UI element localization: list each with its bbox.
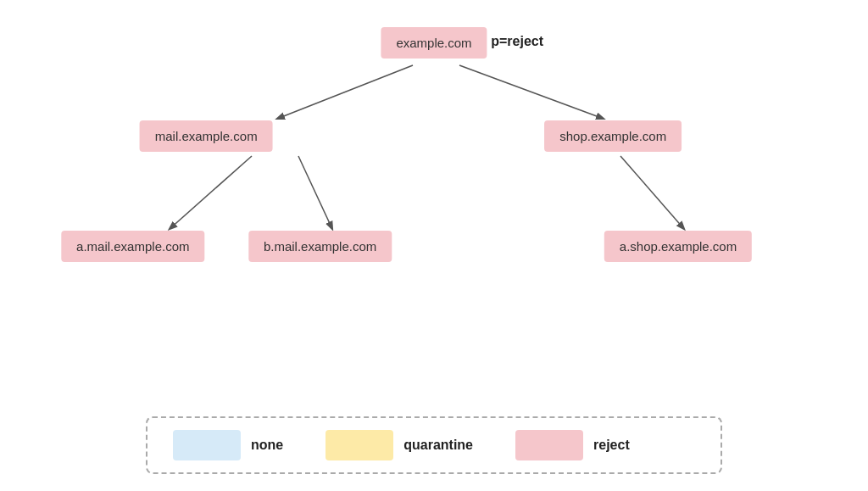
tree: example.com p=reject mail.example.com sh…: [27, 10, 841, 408]
node-b-mail: b.mail.example.com: [248, 231, 392, 262]
connector-svg: [27, 10, 841, 408]
node-shop-label: shop.example.com: [559, 129, 666, 143]
legend-label-quarantine: quarantine: [403, 438, 473, 453]
legend: none quarantine reject: [146, 416, 722, 474]
svg-line-0: [277, 65, 413, 119]
policy-label: p=reject: [491, 34, 543, 49]
node-a-mail: a.mail.example.com: [61, 231, 204, 262]
diagram-container: example.com p=reject mail.example.com sh…: [27, 10, 841, 481]
node-mail-label: mail.example.com: [155, 129, 258, 143]
legend-item-quarantine: quarantine: [326, 430, 473, 460]
node-root: example.com: [381, 27, 487, 59]
legend-item-none: none: [173, 430, 283, 460]
legend-label-none: none: [251, 438, 283, 453]
legend-label-reject: reject: [593, 438, 630, 453]
node-shop: shop.example.com: [544, 120, 682, 152]
node-a-mail-label: a.mail.example.com: [76, 239, 189, 254]
legend-swatch-quarantine: [326, 430, 393, 460]
node-b-mail-label: b.mail.example.com: [264, 239, 376, 254]
node-mail: mail.example.com: [140, 120, 273, 152]
svg-line-3: [298, 156, 332, 229]
legend-swatch-reject: [515, 430, 583, 460]
legend-item-reject: reject: [515, 430, 630, 460]
node-a-shop-label: a.shop.example.com: [620, 239, 737, 254]
node-a-shop: a.shop.example.com: [604, 231, 752, 262]
svg-line-1: [459, 65, 604, 119]
svg-line-2: [170, 156, 252, 229]
node-root-label: example.com: [396, 36, 471, 50]
svg-line-4: [620, 156, 684, 229]
legend-swatch-none: [173, 430, 241, 460]
